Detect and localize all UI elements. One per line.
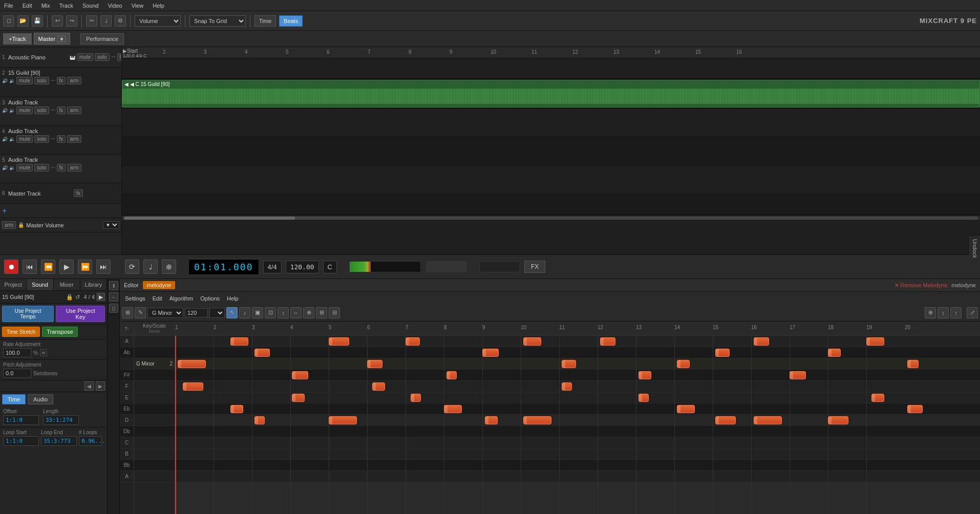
settings-button[interactable]: ⚙	[115, 15, 126, 27]
note-22[interactable]	[562, 382, 572, 391]
tab-project[interactable]: Project	[0, 279, 27, 290]
save-button[interactable]: 💾	[32, 15, 43, 27]
time-button[interactable]: Time	[254, 15, 276, 27]
track-4-mute[interactable]: mute	[16, 135, 33, 143]
note-10[interactable]	[329, 416, 357, 424]
loop-start-value[interactable]: 1:1:0	[3, 436, 39, 446]
note-33[interactable]	[828, 416, 848, 424]
arm-master-button[interactable]: arm	[2, 221, 16, 229]
note-21[interactable]	[562, 360, 576, 368]
metronome-button[interactable]: ♩	[100, 15, 112, 27]
track-2-solo[interactable]: solo	[34, 77, 49, 84]
time-tab[interactable]: Time	[2, 394, 26, 404]
master-volume-select[interactable]: ▼	[103, 221, 119, 229]
note-5[interactable]	[254, 349, 270, 357]
menu-file[interactable]: File	[2, 2, 15, 10]
to-end-button[interactable]: ⏭	[96, 260, 111, 274]
mel-right-3[interactable]: ↑	[950, 307, 962, 318]
note-24[interactable]	[638, 371, 651, 379]
mel-settings-menu[interactable]: Settings	[122, 294, 148, 303]
time-stretch-button[interactable]: Time Stretch	[2, 327, 40, 337]
tab-mixer[interactable]: Mixer	[54, 279, 80, 290]
note-27[interactable]	[677, 360, 690, 368]
note-12[interactable]	[372, 382, 385, 391]
note-31[interactable]	[754, 337, 769, 346]
mel-edit-menu[interactable]: Edit	[150, 294, 165, 303]
mel-algorithm-menu[interactable]: Algorithm	[166, 294, 196, 303]
note-36[interactable]	[871, 394, 884, 402]
mel-amplitude-btn[interactable]: ↕	[278, 307, 289, 318]
track-5-solo[interactable]: solo	[34, 164, 49, 172]
metronome-transport[interactable]: ♩	[143, 260, 158, 274]
mel-mode-select[interactable]: ▼	[209, 308, 225, 318]
rewind-button[interactable]: ⏪	[41, 260, 55, 274]
pitch-value-input[interactable]	[3, 369, 31, 378]
track-3-fx[interactable]: fx	[57, 106, 66, 114]
menu-help[interactable]: Help	[151, 2, 166, 10]
open-button[interactable]: 📂	[17, 15, 29, 27]
track-2-arm[interactable]: arm	[67, 77, 81, 84]
refresh-btn[interactable]: ↺	[75, 294, 80, 301]
menu-mix[interactable]: Mix	[39, 2, 52, 10]
transpose-button[interactable]: Transpose	[42, 327, 78, 337]
loop-end-value[interactable]: 35:3:773	[41, 436, 77, 446]
note-11[interactable]	[367, 360, 382, 368]
note-20[interactable]	[523, 337, 541, 346]
mel-options-menu[interactable]: Options	[197, 294, 223, 303]
note-37[interactable]	[907, 405, 923, 413]
track-4-solo[interactable]: solo	[34, 135, 49, 143]
note-4[interactable]	[230, 405, 243, 413]
mel-grid-btn[interactable]: ⊞	[122, 307, 133, 318]
nav-right-icon[interactable]: ▶	[96, 381, 105, 391]
menu-video[interactable]: Video	[106, 2, 124, 10]
snap-dropdown[interactable]: Snap To Grid	[189, 15, 246, 27]
track-2-fx[interactable]: fx	[57, 77, 66, 84]
mel-pitch-btn[interactable]: ♪	[239, 307, 250, 318]
menu-track[interactable]: Track	[57, 2, 75, 10]
mel-right-1[interactable]: ⊕	[925, 307, 936, 318]
note-13[interactable]	[406, 337, 420, 346]
remove-melodyne-btn[interactable]: ✕ Remove Melodyne	[894, 282, 948, 289]
add-track-button[interactable]: +Track	[3, 33, 32, 45]
menu-sound[interactable]: Sound	[80, 2, 101, 10]
mel-select-btn[interactable]: ▣	[252, 307, 263, 318]
note-1[interactable]	[178, 360, 206, 368]
nav-left-icon[interactable]: ◀	[84, 381, 94, 391]
offset-value[interactable]: 1:1:0	[3, 415, 39, 425]
note-29[interactable]	[715, 349, 730, 357]
track-6-fx[interactable]: fx	[74, 189, 83, 197]
melodyne-tag[interactable]: melodyne	[143, 281, 176, 289]
use-project-tempo-button[interactable]: Use Project Tempo	[2, 306, 54, 322]
menu-edit[interactable]: Edit	[20, 2, 34, 10]
cut-button[interactable]: ✂	[86, 15, 97, 27]
mel-formant-btn[interactable]: ⊡	[265, 307, 276, 318]
note-3[interactable]	[230, 337, 248, 346]
track-5-fx[interactable]: fx	[57, 164, 66, 172]
mel-pencil-btn[interactable]: ✎	[135, 307, 146, 318]
note-6[interactable]	[254, 416, 265, 424]
note-26[interactable]	[677, 405, 695, 413]
timeline-scrollbar-thumb[interactable]	[124, 217, 295, 220]
track-1-mute[interactable]: mute	[77, 53, 93, 61]
fast-forward-button[interactable]: ⏩	[78, 260, 92, 274]
mel-snap-btn[interactable]: ⊕	[303, 307, 314, 318]
sidebar-icon-1[interactable]: ⬆	[109, 281, 118, 290]
note-30[interactable]	[754, 416, 782, 424]
track-3-mute[interactable]: mute	[16, 106, 33, 114]
track-5-mute[interactable]: mute	[16, 164, 33, 172]
note-18[interactable]	[485, 416, 498, 424]
track-5-arm[interactable]: arm	[67, 164, 81, 172]
track-4-fx[interactable]: fx	[57, 135, 66, 143]
play-button[interactable]: ▶	[59, 260, 74, 274]
use-project-key-button[interactable]: Use Project Key	[56, 306, 105, 322]
performance-tab[interactable]: Performance	[80, 33, 124, 45]
track-3-arm[interactable]: arm	[67, 106, 81, 114]
add-track-icon[interactable]: +	[2, 206, 7, 216]
mel-cursor-btn[interactable]: ↖	[226, 307, 238, 318]
timeline-scrollbar[interactable]	[122, 215, 980, 220]
note-25[interactable]	[638, 394, 649, 402]
record-button[interactable]: ⏺	[4, 260, 18, 274]
note-8[interactable]	[292, 394, 305, 402]
mel-bpm-input[interactable]	[185, 308, 208, 317]
mel-zoom-full[interactable]: ⤢	[967, 307, 978, 318]
